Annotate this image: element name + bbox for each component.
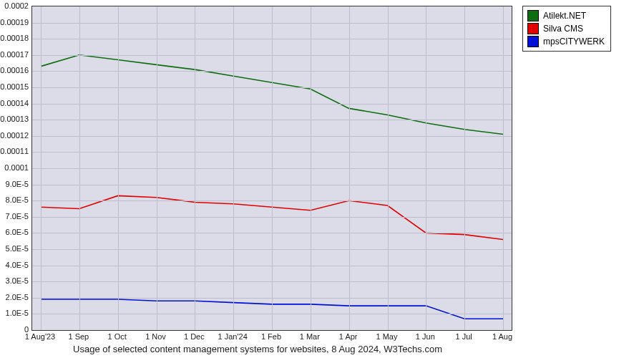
chart-caption: Usage of selected content management sys… bbox=[0, 344, 515, 354]
x-tick-label: 1 Jan'24 bbox=[218, 332, 248, 341]
x-tick-label: 1 Mar bbox=[300, 332, 320, 341]
x-tick-label: 1 Sep bbox=[68, 332, 89, 341]
x-tick-label: 1 Jun bbox=[416, 332, 435, 341]
x-tick-label: 1 Dec bbox=[184, 332, 205, 341]
y-tick-label: 9.0E-5 bbox=[0, 180, 29, 188]
legend-item: Atilekt.NET bbox=[527, 9, 605, 22]
grid-line bbox=[503, 6, 504, 330]
y-tick-label: 3.0E-5 bbox=[0, 276, 29, 285]
y-tick-label: 0.00014 bbox=[0, 99, 29, 107]
legend-swatch bbox=[527, 10, 539, 21]
y-tick-label: 0.00019 bbox=[0, 18, 29, 26]
y-tick-label: 4.0E-5 bbox=[0, 261, 29, 269]
grid-line bbox=[464, 6, 465, 330]
y-tick-label: 0.0001 bbox=[0, 163, 29, 172]
y-tick-label: 0.0002 bbox=[0, 1, 29, 10]
legend-label: Atilekt.NET bbox=[543, 9, 586, 22]
grid-line bbox=[41, 6, 42, 330]
legend-swatch bbox=[527, 36, 539, 47]
y-tick-label: 0.00011 bbox=[0, 147, 29, 155]
grid-line bbox=[195, 6, 195, 330]
y-tick-label: 7.0E-5 bbox=[0, 212, 29, 221]
y-tick-label: 0.00017 bbox=[0, 50, 29, 59]
legend-swatch bbox=[527, 23, 539, 34]
grid-line bbox=[79, 6, 80, 330]
y-tick-label: 2.0E-5 bbox=[0, 293, 29, 301]
legend-label: Silva CMS bbox=[543, 22, 583, 35]
x-tick-label: 1 Jul bbox=[456, 332, 472, 341]
legend-item: mpsCITYWERK bbox=[527, 35, 605, 48]
x-tick-label: 1 Feb bbox=[261, 332, 281, 341]
x-tick-label: 1 Aug'23 bbox=[25, 332, 55, 341]
x-tick-label: 1 Oct bbox=[108, 332, 127, 341]
grid-line bbox=[233, 6, 234, 330]
legend-label: mpsCITYWERK bbox=[543, 35, 605, 48]
grid-line bbox=[311, 6, 311, 330]
legend-item: Silva CMS bbox=[527, 22, 605, 35]
y-tick-label: 1.0E-5 bbox=[0, 309, 29, 317]
y-tick-label: 0.00015 bbox=[0, 82, 29, 91]
grid-line bbox=[118, 6, 119, 330]
grid-line bbox=[426, 6, 426, 330]
grid-line bbox=[388, 6, 389, 330]
y-tick-label: 0.00016 bbox=[0, 66, 29, 74]
grid-line bbox=[349, 6, 350, 330]
x-tick-label: 1 Aug bbox=[492, 332, 512, 341]
y-tick-label: 6.0E-5 bbox=[0, 228, 29, 236]
x-tick-label: 1 May bbox=[376, 332, 398, 341]
grid-line bbox=[157, 6, 157, 330]
y-tick-label: 0.00013 bbox=[0, 115, 29, 123]
x-tick-label: 1 Nov bbox=[145, 332, 166, 341]
y-tick-label: 8.0E-5 bbox=[0, 195, 29, 204]
legend: Atilekt.NETSilva CMSmpsCITYWERK bbox=[522, 6, 611, 52]
y-tick-label: 5.0E-5 bbox=[0, 244, 29, 253]
x-tick-label: 1 Apr bbox=[339, 332, 358, 341]
grid-line bbox=[272, 6, 273, 330]
y-tick-label: 0.00018 bbox=[0, 34, 29, 42]
y-tick-label: 0.00012 bbox=[0, 131, 29, 140]
